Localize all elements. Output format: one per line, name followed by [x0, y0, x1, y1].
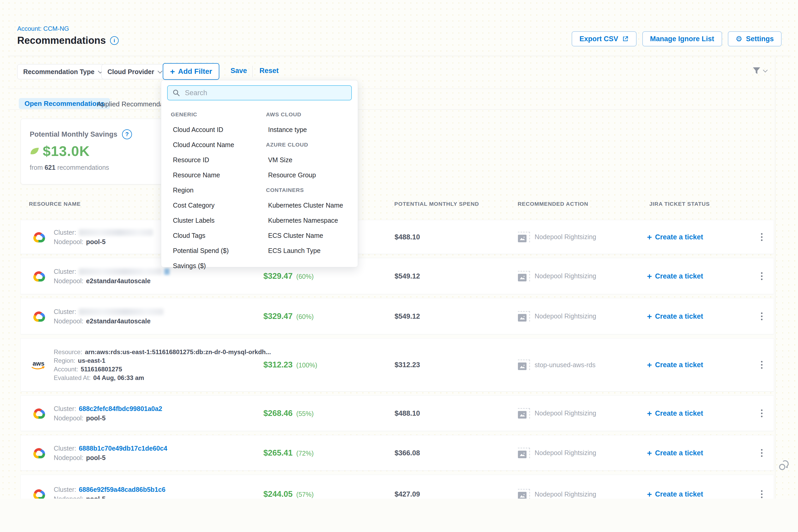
create-ticket-link[interactable]: +Create a ticket	[647, 448, 703, 458]
table-row[interactable]: Cluster:688c2fefc84fbdc99801a0a2Nodepool…	[20, 395, 774, 431]
resource-name-cell: Cluster:Nodepool:e2standar4autoscale	[54, 266, 170, 286]
resource-line: Nodepool:e2standar4autoscale	[54, 277, 170, 285]
filter-option[interactable]: Instance type	[266, 122, 355, 137]
potential-savings-value: $244.05	[263, 490, 292, 499]
filter-option[interactable]: ECS Cluster Name	[266, 228, 355, 243]
savings-amount: $13.0K	[43, 143, 90, 159]
filter-option[interactable]: Resource Name	[171, 167, 262, 183]
add-filter-dropdown: GENERICCloud Account IDCloud Account Nam…	[161, 80, 358, 267]
row-menu-button[interactable]	[757, 407, 767, 420]
filter-option[interactable]: Cloud Account Name	[171, 137, 262, 152]
filter-panel-toggle[interactable]	[752, 66, 767, 75]
resource-field-value: us-east-1	[78, 357, 106, 364]
dropdown-section-header: CONTAINERS	[266, 183, 355, 198]
filter-option[interactable]: Potential Spend ($)	[171, 243, 262, 258]
potential-savings-cell: $329.47(60%)	[263, 312, 314, 321]
filter-option[interactable]: Resource ID	[171, 152, 262, 167]
export-csv-button[interactable]: Export CSV	[572, 31, 636, 46]
filter-option[interactable]: Cluster Labels	[171, 213, 262, 228]
create-ticket-link[interactable]: +Create a ticket	[647, 360, 703, 370]
gcp-provider	[31, 406, 47, 421]
resource-field-value: pool-5	[86, 454, 106, 461]
filter-option[interactable]: ECS Launch Type	[266, 243, 355, 258]
table-row[interactable]: Cluster:Nodepool:pool-5$488.10 Nodepool …	[20, 220, 774, 254]
header-divider	[8, 56, 791, 56]
divider	[8, 89, 791, 89]
table-row[interactable]: Cluster:6886e92f59a48cad86b5b1c6Nodepool…	[20, 475, 774, 499]
create-ticket-link[interactable]: +Create a ticket	[647, 271, 703, 281]
resource-line: Resource:arn:aws:rds:us-east-1:511616801…	[54, 348, 271, 356]
filter-option[interactable]: Cloud Account ID	[171, 122, 262, 137]
create-ticket-link[interactable]: +Create a ticket	[647, 232, 703, 242]
resource-line: Region:us-east-1	[54, 357, 271, 364]
info-icon[interactable]	[110, 36, 119, 45]
recommended-action-cell: Nodepool Rightsizing	[518, 232, 596, 242]
cluster-link[interactable]: 6886e92f59a48cad86b5b1c6	[79, 486, 165, 493]
filter-option-label: Region	[171, 187, 193, 194]
filter-option[interactable]: Savings ($)	[171, 258, 262, 273]
manage-ignore-list-button[interactable]: Manage Ignore List	[642, 31, 722, 46]
table-row[interactable]: Cluster:6888b1c70e49db17c1de60c4Nodepool…	[20, 435, 774, 471]
save-filter-button[interactable]: Save	[230, 67, 247, 75]
filter-option[interactable]: Region	[171, 183, 262, 198]
savings-percentage: (100%)	[296, 361, 317, 369]
gcp-icon	[31, 229, 46, 245]
filter-option-label: VM Size	[266, 156, 292, 164]
create-ticket-label: Create a ticket	[655, 449, 703, 457]
row-menu-button[interactable]	[757, 270, 767, 282]
filter-option-label: Cloud Account ID	[171, 126, 223, 134]
row-menu-button[interactable]	[757, 488, 767, 499]
row-menu-button[interactable]	[757, 359, 767, 371]
cluster-link[interactable]: 688c2fefc84fbdc99801a0a2	[79, 405, 162, 412]
add-filter-button[interactable]: + Add Filter	[163, 63, 219, 80]
reset-filter-button[interactable]: Reset	[260, 67, 279, 75]
resource-line: Evaluated At:04 Aug, 06:33 am	[54, 374, 271, 382]
account-breadcrumb[interactable]: Account: CCM-NG	[17, 25, 69, 32]
gear-icon: ⚙	[736, 35, 742, 43]
row-menu-button[interactable]	[757, 231, 767, 243]
cluster-link[interactable]: 6888b1c70e49db17c1de60c4	[79, 444, 167, 452]
redacted-text	[79, 229, 153, 236]
help-chat-icon[interactable]	[779, 459, 790, 472]
row-menu-button[interactable]	[757, 310, 767, 323]
column-header-resource-name: RESOURCE NAME	[29, 201, 81, 207]
plus-icon: +	[647, 271, 652, 281]
row-menu-button[interactable]	[757, 447, 767, 459]
settings-button[interactable]: ⚙ Settings	[728, 31, 782, 46]
resource-name-cell: Cluster:6888b1c70e49db17c1de60c4Nodepool…	[54, 442, 167, 463]
table-row[interactable]: Cluster:Nodepool:e2standar4autoscale$329…	[20, 258, 774, 294]
dropdown-search-box[interactable]	[167, 85, 352, 100]
resource-field-label: Nodepool:	[54, 317, 83, 324]
filter-option[interactable]: Kubernetes Cluster Name	[266, 198, 355, 213]
recommendation-type-filter-chip[interactable]: Recommendation Type	[17, 64, 108, 79]
create-ticket-label: Create a ticket	[655, 233, 703, 241]
savings-percentage: (57%)	[296, 491, 314, 498]
recommended-action-label: Nodepool Rightsizing	[535, 272, 596, 280]
filter-option[interactable]: VM Size	[266, 152, 355, 167]
filter-option[interactable]: Cost Category	[171, 198, 262, 213]
create-ticket-link[interactable]: +Create a ticket	[647, 408, 703, 418]
filter-option[interactable]: Kubernetes Namespace	[266, 213, 355, 228]
resource-field-label: Cluster:	[54, 405, 76, 412]
redacted-text	[79, 308, 164, 315]
broken-image-icon	[518, 408, 530, 419]
table-row[interactable]: aws Resource:arn:aws:rds:us-east-1:51161…	[20, 338, 774, 392]
resource-field-label: Cluster:	[54, 444, 76, 452]
dropdown-search-input[interactable]	[184, 89, 347, 97]
filter-option[interactable]: Resource Group	[266, 167, 355, 183]
potential-spend-value: $312.23	[395, 361, 420, 369]
table-row[interactable]: Cluster:Nodepool:e2standar4autoscale$329…	[20, 298, 774, 334]
potential-savings-cell: $265.41(72%)	[263, 448, 314, 458]
filter-option[interactable]: Cloud Tags	[171, 228, 262, 243]
external-link-icon	[622, 36, 629, 42]
recommended-action-cell: stop-unused-aws-rds	[518, 360, 595, 370]
cloud-provider-filter-chip[interactable]: Cloud Provider	[101, 64, 168, 79]
tab-open-recommendations[interactable]: Open Recommendations	[19, 98, 110, 109]
help-icon[interactable]	[122, 129, 132, 139]
filter-option-label: Resource Group	[266, 171, 316, 179]
savings-percentage: (60%)	[296, 313, 314, 320]
create-ticket-link[interactable]: +Create a ticket	[647, 311, 703, 321]
create-ticket-link[interactable]: +Create a ticket	[647, 490, 703, 499]
gcp-icon	[31, 445, 46, 460]
resource-line: Cluster:	[54, 228, 153, 236]
